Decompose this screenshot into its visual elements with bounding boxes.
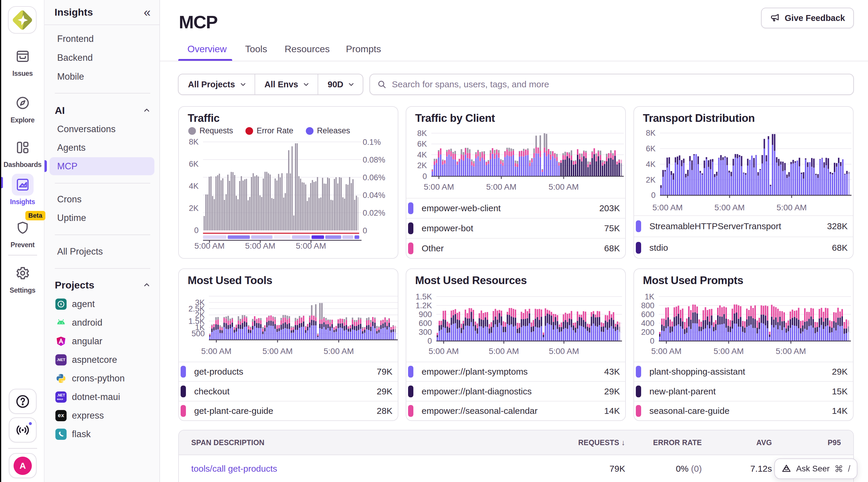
svg-text:1.2K: 1.2K	[415, 301, 432, 310]
svg-text:8K: 8K	[646, 129, 656, 138]
svg-text:0: 0	[194, 226, 198, 235]
svg-text:0.08%: 0.08%	[363, 155, 385, 164]
svg-text:5:00 AM: 5:00 AM	[428, 347, 459, 356]
svg-text:0.04%: 0.04%	[363, 191, 385, 200]
svg-text:4K: 4K	[646, 160, 656, 169]
svg-text:5:00 AM: 5:00 AM	[549, 182, 579, 192]
svg-text:5:00 AM: 5:00 AM	[201, 347, 231, 356]
svg-text:200: 200	[641, 328, 654, 337]
svg-text:5:00 AM: 5:00 AM	[776, 347, 806, 356]
svg-text:0.1%: 0.1%	[363, 138, 381, 147]
svg-text:5:00 AM: 5:00 AM	[262, 347, 293, 356]
svg-text:500: 500	[191, 329, 205, 338]
svg-text:5:00 AM: 5:00 AM	[424, 182, 454, 192]
svg-text:800: 800	[641, 301, 654, 310]
svg-text:5:00 AM: 5:00 AM	[245, 241, 276, 250]
svg-text:600: 600	[419, 319, 432, 328]
svg-text:400: 400	[641, 319, 654, 328]
svg-text:0: 0	[650, 337, 654, 345]
svg-text:1.5K: 1.5K	[415, 292, 432, 301]
svg-text:1K: 1K	[645, 292, 654, 301]
svg-text:0: 0	[428, 337, 432, 345]
svg-text:5:00 AM: 5:00 AM	[296, 241, 326, 250]
svg-text:5:00 AM: 5:00 AM	[323, 347, 354, 356]
svg-text:5:00 AM: 5:00 AM	[486, 182, 517, 192]
svg-text:5:00 AM: 5:00 AM	[489, 347, 519, 356]
svg-text:0: 0	[423, 172, 427, 181]
svg-text:5:00 AM: 5:00 AM	[549, 347, 579, 356]
svg-text:5:00 AM: 5:00 AM	[652, 203, 683, 212]
svg-text:4K: 4K	[189, 182, 198, 191]
svg-text:5:00 AM: 5:00 AM	[651, 347, 682, 356]
svg-text:5:00 AM: 5:00 AM	[714, 347, 744, 356]
svg-text:5:00 AM: 5:00 AM	[194, 241, 225, 250]
svg-text:6K: 6K	[646, 144, 656, 153]
svg-text:0: 0	[651, 191, 656, 200]
svg-text:2K: 2K	[189, 204, 198, 213]
svg-text:0.02%: 0.02%	[363, 208, 385, 218]
svg-text:8K: 8K	[417, 129, 427, 138]
svg-text:900: 900	[419, 310, 432, 319]
svg-text:600: 600	[641, 310, 654, 319]
svg-text:5:00 AM: 5:00 AM	[714, 203, 745, 212]
svg-text:0.06%: 0.06%	[363, 173, 385, 182]
svg-text:2K: 2K	[417, 161, 427, 170]
svg-text:4K: 4K	[417, 150, 427, 159]
svg-text:8K: 8K	[189, 138, 198, 146]
svg-text:300: 300	[419, 328, 432, 337]
svg-text:0: 0	[363, 226, 367, 235]
svg-text:2K: 2K	[646, 175, 656, 185]
svg-text:6K: 6K	[417, 140, 427, 148]
svg-text:5:00 AM: 5:00 AM	[776, 203, 807, 212]
svg-text:6K: 6K	[189, 160, 198, 168]
